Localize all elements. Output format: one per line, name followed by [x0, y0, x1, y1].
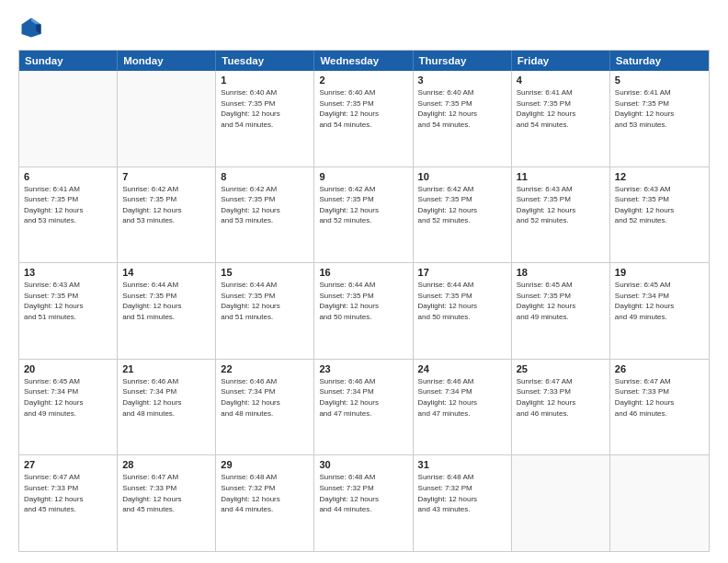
calendar-cell: 5Sunrise: 6:41 AM Sunset: 7:35 PM Daylig…	[610, 71, 709, 167]
weekday-header: Saturday	[610, 51, 709, 71]
day-number: 25	[517, 363, 605, 374]
cell-info: Sunrise: 6:47 AM Sunset: 7:33 PM Dayligh…	[615, 376, 704, 419]
cell-info: Sunrise: 6:44 AM Sunset: 7:35 PM Dayligh…	[319, 280, 407, 322]
day-number: 4	[517, 75, 605, 86]
calendar-row: 20Sunrise: 6:45 AM Sunset: 7:34 PM Dayli…	[19, 360, 709, 456]
weekday-header: Tuesday	[216, 51, 314, 71]
day-number: 21	[122, 363, 210, 374]
cell-info: Sunrise: 6:40 AM Sunset: 7:35 PM Dayligh…	[418, 87, 506, 130]
cell-info: Sunrise: 6:48 AM Sunset: 7:32 PM Dayligh…	[221, 472, 309, 514]
cell-info: Sunrise: 6:44 AM Sunset: 7:35 PM Dayligh…	[418, 280, 506, 322]
day-number: 22	[221, 363, 309, 374]
day-number: 18	[517, 267, 605, 278]
calendar-cell: 18Sunrise: 6:45 AM Sunset: 7:35 PM Dayli…	[512, 263, 610, 359]
cell-info: Sunrise: 6:44 AM Sunset: 7:35 PM Dayligh…	[122, 280, 210, 322]
weekday-header: Monday	[118, 51, 216, 71]
logo	[18, 15, 48, 40]
calendar-row: 27Sunrise: 6:47 AM Sunset: 7:33 PM Dayli…	[19, 455, 709, 551]
day-number: 14	[122, 267, 210, 278]
day-number: 17	[418, 267, 506, 278]
day-number: 11	[517, 171, 605, 182]
day-number: 24	[418, 363, 506, 374]
calendar-header: SundayMondayTuesdayWednesdayThursdayFrid…	[19, 51, 709, 71]
calendar: SundayMondayTuesdayWednesdayThursdayFrid…	[18, 50, 710, 552]
day-number: 10	[418, 171, 506, 182]
cell-info: Sunrise: 6:41 AM Sunset: 7:35 PM Dayligh…	[615, 87, 704, 130]
calendar-page: SundayMondayTuesdayWednesdayThursdayFrid…	[0, 0, 728, 563]
day-number: 20	[24, 363, 112, 374]
day-number: 23	[319, 363, 407, 374]
cell-info: Sunrise: 6:42 AM Sunset: 7:35 PM Dayligh…	[418, 184, 506, 226]
cell-info: Sunrise: 6:43 AM Sunset: 7:35 PM Dayligh…	[615, 184, 704, 226]
calendar-cell: 13Sunrise: 6:43 AM Sunset: 7:35 PM Dayli…	[19, 263, 118, 359]
calendar-cell: 20Sunrise: 6:45 AM Sunset: 7:34 PM Dayli…	[19, 360, 118, 455]
cell-info: Sunrise: 6:45 AM Sunset: 7:34 PM Dayligh…	[24, 376, 112, 419]
calendar-cell: 24Sunrise: 6:46 AM Sunset: 7:34 PM Dayli…	[414, 360, 512, 455]
weekday-header: Friday	[512, 51, 610, 71]
calendar-cell: 15Sunrise: 6:44 AM Sunset: 7:35 PM Dayli…	[216, 263, 314, 359]
calendar-cell: 12Sunrise: 6:43 AM Sunset: 7:35 PM Dayli…	[610, 167, 709, 263]
calendar-cell: 27Sunrise: 6:47 AM Sunset: 7:33 PM Dayli…	[19, 455, 118, 551]
calendar-cell	[118, 71, 216, 167]
calendar-cell: 1Sunrise: 6:40 AM Sunset: 7:35 PM Daylig…	[216, 71, 314, 167]
calendar-cell: 11Sunrise: 6:43 AM Sunset: 7:35 PM Dayli…	[512, 167, 610, 263]
day-number: 1	[221, 75, 309, 86]
day-number: 30	[319, 459, 407, 470]
cell-info: Sunrise: 6:44 AM Sunset: 7:35 PM Dayligh…	[221, 280, 309, 322]
cell-info: Sunrise: 6:46 AM Sunset: 7:34 PM Dayligh…	[122, 376, 210, 419]
calendar-row: 13Sunrise: 6:43 AM Sunset: 7:35 PM Dayli…	[19, 263, 709, 360]
calendar-cell: 4Sunrise: 6:41 AM Sunset: 7:35 PM Daylig…	[512, 71, 610, 167]
day-number: 28	[122, 459, 210, 470]
cell-info: Sunrise: 6:46 AM Sunset: 7:34 PM Dayligh…	[319, 376, 407, 419]
day-number: 2	[319, 75, 407, 86]
calendar-cell: 22Sunrise: 6:46 AM Sunset: 7:34 PM Dayli…	[216, 360, 314, 455]
cell-info: Sunrise: 6:46 AM Sunset: 7:34 PM Dayligh…	[221, 376, 309, 419]
cell-info: Sunrise: 6:48 AM Sunset: 7:32 PM Dayligh…	[319, 472, 407, 514]
calendar-cell: 16Sunrise: 6:44 AM Sunset: 7:35 PM Dayli…	[314, 263, 413, 359]
day-number: 12	[615, 171, 704, 182]
day-number: 27	[24, 459, 112, 470]
calendar-cell: 17Sunrise: 6:44 AM Sunset: 7:35 PM Dayli…	[414, 263, 512, 359]
calendar-cell: 28Sunrise: 6:47 AM Sunset: 7:33 PM Dayli…	[118, 455, 216, 551]
cell-info: Sunrise: 6:43 AM Sunset: 7:35 PM Dayligh…	[24, 280, 112, 322]
day-number: 29	[221, 459, 309, 470]
calendar-cell: 23Sunrise: 6:46 AM Sunset: 7:34 PM Dayli…	[314, 360, 413, 455]
cell-info: Sunrise: 6:42 AM Sunset: 7:35 PM Dayligh…	[221, 184, 309, 226]
cell-info: Sunrise: 6:40 AM Sunset: 7:35 PM Dayligh…	[221, 87, 309, 130]
weekday-header: Thursday	[414, 51, 512, 71]
calendar-cell: 19Sunrise: 6:45 AM Sunset: 7:34 PM Dayli…	[610, 263, 709, 359]
calendar-row: 1Sunrise: 6:40 AM Sunset: 7:35 PM Daylig…	[19, 71, 709, 167]
calendar-cell: 3Sunrise: 6:40 AM Sunset: 7:35 PM Daylig…	[414, 71, 512, 167]
weekday-header: Sunday	[19, 51, 118, 71]
day-number: 9	[319, 171, 407, 182]
cell-info: Sunrise: 6:40 AM Sunset: 7:35 PM Dayligh…	[319, 87, 407, 130]
header	[18, 15, 710, 40]
day-number: 26	[615, 363, 704, 374]
cell-info: Sunrise: 6:42 AM Sunset: 7:35 PM Dayligh…	[122, 184, 210, 226]
logo-icon	[18, 15, 44, 40]
cell-info: Sunrise: 6:43 AM Sunset: 7:35 PM Dayligh…	[517, 184, 605, 226]
day-number: 31	[418, 459, 506, 470]
calendar-cell: 2Sunrise: 6:40 AM Sunset: 7:35 PM Daylig…	[314, 71, 413, 167]
calendar-body: 1Sunrise: 6:40 AM Sunset: 7:35 PM Daylig…	[19, 71, 709, 551]
cell-info: Sunrise: 6:48 AM Sunset: 7:32 PM Dayligh…	[418, 472, 506, 514]
calendar-cell: 26Sunrise: 6:47 AM Sunset: 7:33 PM Dayli…	[610, 360, 709, 455]
day-number: 16	[319, 267, 407, 278]
day-number: 13	[24, 267, 112, 278]
calendar-cell: 7Sunrise: 6:42 AM Sunset: 7:35 PM Daylig…	[118, 167, 216, 263]
calendar-cell	[610, 455, 709, 551]
calendar-cell: 31Sunrise: 6:48 AM Sunset: 7:32 PM Dayli…	[414, 455, 512, 551]
day-number: 19	[615, 267, 704, 278]
calendar-cell	[512, 455, 610, 551]
day-number: 6	[24, 171, 112, 182]
cell-info: Sunrise: 6:47 AM Sunset: 7:33 PM Dayligh…	[517, 376, 605, 419]
cell-info: Sunrise: 6:47 AM Sunset: 7:33 PM Dayligh…	[122, 472, 210, 514]
cell-info: Sunrise: 6:47 AM Sunset: 7:33 PM Dayligh…	[24, 472, 112, 514]
calendar-cell: 8Sunrise: 6:42 AM Sunset: 7:35 PM Daylig…	[216, 167, 314, 263]
calendar-cell: 9Sunrise: 6:42 AM Sunset: 7:35 PM Daylig…	[314, 167, 413, 263]
day-number: 7	[122, 171, 210, 182]
day-number: 5	[615, 75, 704, 86]
calendar-cell: 6Sunrise: 6:41 AM Sunset: 7:35 PM Daylig…	[19, 167, 118, 263]
cell-info: Sunrise: 6:45 AM Sunset: 7:35 PM Dayligh…	[517, 280, 605, 322]
day-number: 3	[418, 75, 506, 86]
